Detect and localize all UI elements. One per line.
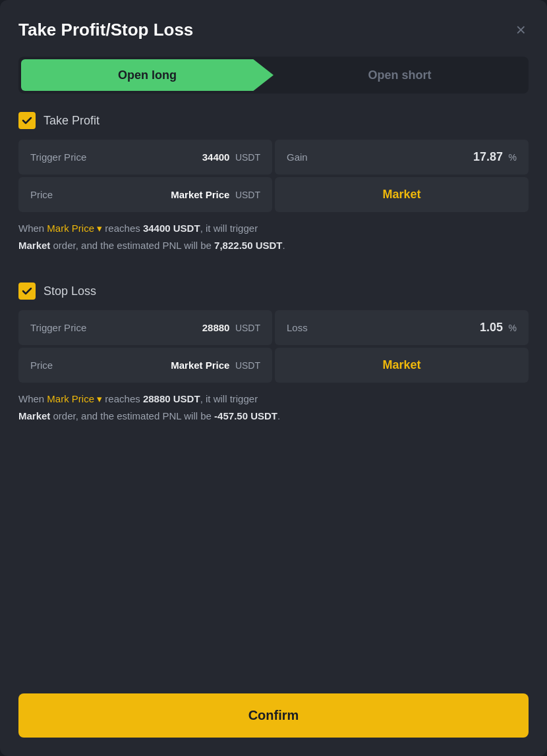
modal-title: Take Profit/Stop Loss	[18, 20, 193, 40]
stop-loss-loss-value: 1.05	[480, 321, 503, 334]
take-profit-gain-value: 17.87	[473, 150, 503, 163]
spacer	[18, 453, 529, 693]
stop-loss-info: When Mark Price ▾ reaches 28880 USDT, it…	[18, 391, 529, 424]
take-profit-market-button[interactable]: Market	[275, 177, 529, 212]
tab-container: Open long Open short	[18, 57, 529, 94]
stop-loss-trigger-label: Trigger Price	[30, 322, 86, 333]
take-profit-trigger-value: 34400	[202, 151, 230, 163]
stop-loss-mark-price[interactable]: Mark Price ▾	[47, 393, 102, 404]
close-button[interactable]: ×	[513, 18, 529, 41]
take-profit-gain-label: Gain	[287, 151, 308, 163]
stop-loss-trigger-unit: USDT	[235, 323, 260, 333]
stop-loss-trigger-value: 28880	[202, 322, 230, 333]
stop-loss-loss-field: Loss 1.05 %	[275, 310, 529, 345]
stop-loss-info-period: .	[277, 410, 280, 421]
take-profit-price-row: Price Market Price USDT Market	[18, 177, 529, 212]
take-profit-info-part1: When	[18, 223, 47, 234]
stop-loss-info-part2: reaches	[102, 393, 143, 404]
take-profit-gain-unit: %	[509, 152, 517, 163]
take-profit-info: When Mark Price ▾ reaches 34400 USDT, it…	[18, 220, 529, 254]
stop-loss-loss-label: Loss	[287, 322, 308, 333]
take-profit-header: Take Profit	[18, 112, 529, 129]
take-profit-trigger-label: Trigger Price	[30, 151, 86, 163]
stop-loss-loss-unit: %	[509, 323, 517, 333]
stop-loss-info-part4: order, and the estimated PNL will be	[50, 410, 214, 421]
take-profit-price-field[interactable]: Price Market Price USDT	[18, 177, 272, 212]
stop-loss-pnl-info: -457.50 USDT	[214, 410, 277, 421]
stop-loss-trigger-info: 28880 USDT	[143, 393, 200, 404]
take-profit-info-part2: reaches	[102, 223, 143, 234]
stop-loss-price-row: Price Market Price USDT Market	[18, 348, 529, 383]
take-profit-section: Take Profit Trigger Price 34400 USDT Gai…	[18, 112, 529, 269]
take-profit-info-part4: order, and the estimated PNL will be	[50, 240, 214, 251]
take-profit-trigger-unit: USDT	[235, 152, 260, 163]
stop-loss-trigger-field[interactable]: Trigger Price 28880 USDT	[18, 310, 272, 345]
stop-loss-label: Stop Loss	[43, 284, 96, 298]
tab-open-short[interactable]: Open short	[274, 59, 526, 91]
take-profit-info-period: .	[283, 240, 285, 251]
modal-container: Take Profit/Stop Loss × Open long Open s…	[0, 0, 547, 756]
stop-loss-price-field[interactable]: Price Market Price USDT	[18, 348, 272, 383]
stop-loss-info-part1: When	[18, 393, 47, 404]
take-profit-order-info: Market	[18, 240, 50, 251]
tab-open-long[interactable]: Open long	[21, 59, 274, 91]
take-profit-gain-field: Gain 17.87 %	[275, 140, 529, 175]
stop-loss-trigger-row: Trigger Price 28880 USDT Loss 1.05 %	[18, 310, 529, 345]
take-profit-trigger-info: 34400 USDT	[143, 223, 200, 234]
take-profit-pnl-info: 7,822.50 USDT	[214, 240, 282, 251]
stop-loss-section: Stop Loss Trigger Price 28880 USDT Loss …	[18, 283, 529, 440]
take-profit-info-part3: , it will trigger	[200, 223, 258, 234]
stop-loss-checkbox[interactable]	[18, 283, 36, 300]
take-profit-label: Take Profit	[43, 114, 100, 128]
take-profit-trigger-row: Trigger Price 34400 USDT Gain 17.87 %	[18, 140, 529, 175]
stop-loss-price-label: Price	[30, 360, 53, 371]
take-profit-trigger-field[interactable]: Trigger Price 34400 USDT	[18, 140, 272, 175]
stop-loss-price-unit: USDT	[235, 360, 260, 371]
stop-loss-order-info: Market	[18, 410, 50, 421]
stop-loss-header: Stop Loss	[18, 283, 529, 300]
stop-loss-info-part3: , it will trigger	[200, 393, 258, 404]
take-profit-mark-price[interactable]: Mark Price ▾	[47, 223, 102, 234]
take-profit-price-label: Price	[30, 189, 53, 200]
take-profit-price-value: Market Price	[171, 189, 229, 200]
take-profit-checkbox[interactable]	[18, 112, 36, 129]
stop-loss-price-value: Market Price	[171, 360, 229, 371]
modal-header: Take Profit/Stop Loss ×	[18, 18, 529, 41]
stop-loss-market-button[interactable]: Market	[275, 348, 529, 383]
confirm-button[interactable]: Confirm	[18, 693, 529, 738]
take-profit-price-unit: USDT	[235, 190, 260, 200]
